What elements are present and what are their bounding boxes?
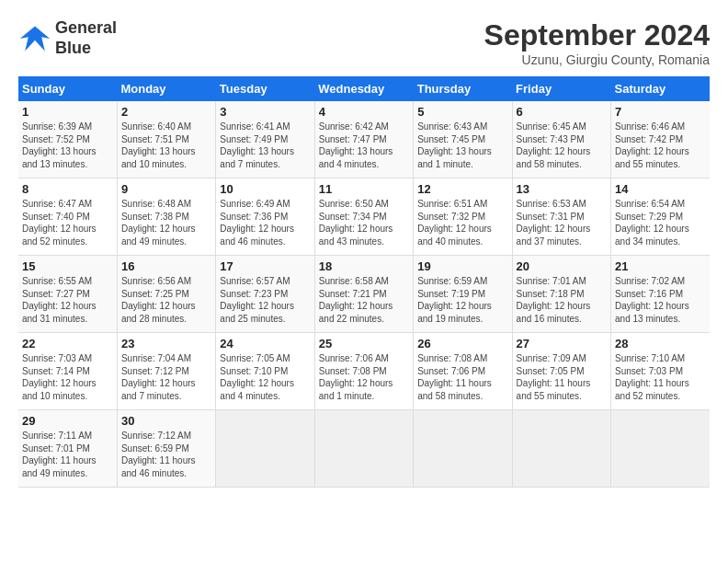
calendar-cell: 5Sunrise: 6:43 AM Sunset: 7:45 PM Daylig…: [414, 101, 512, 178]
logo: General Blue: [18, 18, 117, 58]
logo-text: General Blue: [55, 18, 117, 58]
day-info: Sunrise: 6:45 AM Sunset: 7:43 PM Dayligh…: [517, 121, 607, 170]
day-info: Sunrise: 6:53 AM Sunset: 7:31 PM Dayligh…: [517, 198, 607, 247]
day-info: Sunrise: 7:09 AM Sunset: 7:05 PM Dayligh…: [517, 352, 607, 402]
day-info: Sunrise: 6:57 AM Sunset: 7:23 PM Dayligh…: [220, 275, 310, 325]
logo-icon: [18, 22, 51, 55]
calendar-cell: [314, 410, 413, 488]
page-header: General Blue September 2024 Uzunu, Giurg…: [18, 18, 710, 67]
day-info: Sunrise: 6:50 AM Sunset: 7:34 PM Dayligh…: [319, 198, 409, 247]
day-info: Sunrise: 6:41 AM Sunset: 7:49 PM Dayligh…: [220, 121, 310, 170]
day-number: 30: [121, 414, 211, 428]
day-info: Sunrise: 6:48 AM Sunset: 7:38 PM Dayligh…: [121, 198, 211, 247]
month-title: September 2024: [484, 18, 710, 52]
header-wednesday: Wednesday: [314, 76, 413, 101]
day-info: Sunrise: 6:56 AM Sunset: 7:25 PM Dayligh…: [121, 275, 211, 325]
day-number: 5: [417, 105, 507, 119]
day-number: 29: [22, 414, 113, 428]
calendar-cell: 9Sunrise: 6:48 AM Sunset: 7:38 PM Daylig…: [117, 178, 215, 256]
day-info: Sunrise: 7:10 AM Sunset: 7:03 PM Dayligh…: [615, 352, 706, 402]
calendar-cell: 25Sunrise: 7:06 AM Sunset: 7:08 PM Dayli…: [314, 333, 413, 410]
day-number: 20: [517, 259, 607, 273]
day-number: 19: [417, 259, 507, 273]
day-number: 4: [319, 105, 409, 119]
day-number: 1: [22, 105, 113, 119]
calendar-cell: 15Sunrise: 6:55 AM Sunset: 7:27 PM Dayli…: [18, 256, 117, 333]
day-number: 16: [121, 259, 211, 273]
location: Uzunu, Giurgiu County, Romania: [484, 52, 710, 67]
calendar-cell: [414, 410, 512, 488]
header-thursday: Thursday: [414, 76, 512, 101]
calendar-cell: 10Sunrise: 6:49 AM Sunset: 7:36 PM Dayli…: [216, 178, 314, 256]
day-number: 8: [22, 182, 113, 196]
calendar-cell: 6Sunrise: 6:45 AM Sunset: 7:43 PM Daylig…: [512, 101, 610, 178]
day-number: 13: [517, 182, 607, 196]
calendar-cell: 8Sunrise: 6:47 AM Sunset: 7:40 PM Daylig…: [18, 178, 117, 256]
calendar-week-1: 1Sunrise: 6:39 AM Sunset: 7:52 PM Daylig…: [18, 101, 710, 178]
day-number: 22: [22, 337, 113, 350]
calendar-cell: [611, 410, 710, 488]
header-tuesday: Tuesday: [216, 76, 314, 101]
calendar-cell: 30Sunrise: 7:12 AM Sunset: 6:59 PM Dayli…: [117, 410, 215, 488]
svg-marker-0: [20, 26, 50, 51]
day-info: Sunrise: 7:08 AM Sunset: 7:06 PM Dayligh…: [417, 352, 507, 402]
calendar-cell: 12Sunrise: 6:51 AM Sunset: 7:32 PM Dayli…: [414, 178, 512, 256]
calendar-cell: 17Sunrise: 6:57 AM Sunset: 7:23 PM Dayli…: [216, 256, 314, 333]
day-info: Sunrise: 7:05 AM Sunset: 7:10 PM Dayligh…: [220, 352, 310, 402]
calendar-cell: [512, 410, 610, 488]
day-info: Sunrise: 6:43 AM Sunset: 7:45 PM Dayligh…: [417, 121, 507, 170]
day-number: 21: [615, 259, 706, 273]
calendar-cell: 26Sunrise: 7:08 AM Sunset: 7:06 PM Dayli…: [414, 333, 512, 410]
calendar-cell: 24Sunrise: 7:05 AM Sunset: 7:10 PM Dayli…: [216, 333, 314, 410]
day-info: Sunrise: 6:42 AM Sunset: 7:47 PM Dayligh…: [319, 121, 409, 170]
header-friday: Friday: [512, 76, 610, 101]
header-monday: Monday: [117, 76, 215, 101]
day-info: Sunrise: 7:11 AM Sunset: 7:01 PM Dayligh…: [22, 430, 113, 479]
calendar-cell: 27Sunrise: 7:09 AM Sunset: 7:05 PM Dayli…: [512, 333, 610, 410]
day-number: 28: [615, 337, 706, 350]
day-number: 12: [417, 182, 507, 196]
day-info: Sunrise: 6:55 AM Sunset: 7:27 PM Dayligh…: [22, 275, 113, 325]
day-number: 6: [517, 105, 607, 119]
calendar-table: SundayMondayTuesdayWednesdayThursdayFrid…: [18, 76, 710, 488]
day-number: 26: [417, 337, 507, 350]
calendar-cell: 2Sunrise: 6:40 AM Sunset: 7:51 PM Daylig…: [117, 101, 215, 178]
calendar-cell: 3Sunrise: 6:41 AM Sunset: 7:49 PM Daylig…: [216, 101, 314, 178]
calendar-cell: 14Sunrise: 6:54 AM Sunset: 7:29 PM Dayli…: [611, 178, 710, 256]
day-info: Sunrise: 7:12 AM Sunset: 6:59 PM Dayligh…: [121, 430, 211, 479]
day-number: 3: [220, 105, 310, 119]
calendar-cell: 1Sunrise: 6:39 AM Sunset: 7:52 PM Daylig…: [18, 101, 117, 178]
calendar-week-3: 15Sunrise: 6:55 AM Sunset: 7:27 PM Dayli…: [18, 256, 710, 333]
day-number: 10: [220, 182, 310, 196]
calendar-cell: 22Sunrise: 7:03 AM Sunset: 7:14 PM Dayli…: [18, 333, 117, 410]
day-info: Sunrise: 7:02 AM Sunset: 7:16 PM Dayligh…: [615, 275, 706, 325]
title-block: September 2024 Uzunu, Giurgiu County, Ro…: [484, 18, 710, 67]
day-info: Sunrise: 7:06 AM Sunset: 7:08 PM Dayligh…: [319, 352, 409, 402]
day-info: Sunrise: 6:46 AM Sunset: 7:42 PM Dayligh…: [615, 121, 706, 170]
calendar-cell: 21Sunrise: 7:02 AM Sunset: 7:16 PM Dayli…: [611, 256, 710, 333]
day-info: Sunrise: 6:54 AM Sunset: 7:29 PM Dayligh…: [615, 198, 706, 247]
calendar-week-2: 8Sunrise: 6:47 AM Sunset: 7:40 PM Daylig…: [18, 178, 710, 256]
calendar-week-5: 29Sunrise: 7:11 AM Sunset: 7:01 PM Dayli…: [18, 410, 710, 488]
day-info: Sunrise: 7:01 AM Sunset: 7:18 PM Dayligh…: [517, 275, 607, 325]
calendar-cell: 29Sunrise: 7:11 AM Sunset: 7:01 PM Dayli…: [18, 410, 117, 488]
day-info: Sunrise: 6:59 AM Sunset: 7:19 PM Dayligh…: [417, 275, 507, 325]
day-number: 7: [615, 105, 706, 119]
calendar-cell: 16Sunrise: 6:56 AM Sunset: 7:25 PM Dayli…: [117, 256, 215, 333]
day-number: 11: [319, 182, 409, 196]
day-number: 9: [121, 182, 211, 196]
calendar-cell: 4Sunrise: 6:42 AM Sunset: 7:47 PM Daylig…: [314, 101, 413, 178]
day-number: 24: [220, 337, 310, 350]
day-number: 18: [319, 259, 409, 273]
day-number: 2: [121, 105, 211, 119]
header-saturday: Saturday: [611, 76, 710, 101]
day-info: Sunrise: 7:04 AM Sunset: 7:12 PM Dayligh…: [121, 352, 211, 402]
day-number: 15: [22, 259, 113, 273]
day-number: 17: [220, 259, 310, 273]
calendar-header-row: SundayMondayTuesdayWednesdayThursdayFrid…: [18, 76, 710, 101]
day-number: 25: [319, 337, 409, 350]
calendar-cell: 28Sunrise: 7:10 AM Sunset: 7:03 PM Dayli…: [611, 333, 710, 410]
day-info: Sunrise: 6:39 AM Sunset: 7:52 PM Dayligh…: [22, 121, 113, 170]
day-info: Sunrise: 6:40 AM Sunset: 7:51 PM Dayligh…: [121, 121, 211, 170]
day-number: 27: [517, 337, 607, 350]
